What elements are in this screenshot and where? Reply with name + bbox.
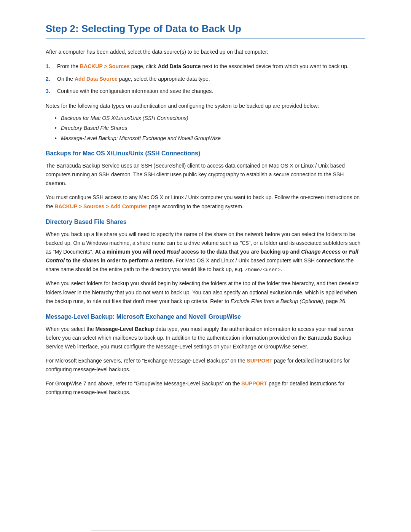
messagelevel-para-2: For Microsoft Exchange servers, refer to… xyxy=(46,356,365,374)
step-1-text: From the BACKUP > Sources page, click Ad… xyxy=(57,62,349,70)
backup-sources-add-computer-link[interactable]: BACKUP > Sources > Add Computer xyxy=(54,203,147,209)
bullet-list: Backups for Mac OS X/Linux/Unix (SSH Con… xyxy=(55,114,365,142)
step-2: 2. On the Add Data Source page, select t… xyxy=(46,75,365,83)
step-3: 3. Continue with the configuration infor… xyxy=(46,87,365,95)
add-data-source-link[interactable]: Add Data Source xyxy=(75,76,118,82)
step-3-text: Continue with the configuration informat… xyxy=(57,87,213,95)
messagelevel-section-heading: Message-Level Backup: Microsoft Exchange… xyxy=(46,313,365,320)
fileshares-para-1: When you back up a file share you will n… xyxy=(46,230,365,274)
fileshares-bold-1: At a minimum you will need Read access t… xyxy=(46,249,358,264)
intro-paragraph: After a computer has been added, select … xyxy=(46,48,365,56)
notes-paragraph: Notes for the following data types on au… xyxy=(46,102,365,110)
step-2-text: On the Add Data Source page, select the … xyxy=(57,75,210,83)
page-container: Step 2: Selecting Type of Data to Back U… xyxy=(46,23,365,532)
messagelevel-bold-1: Message-Level Backup xyxy=(96,326,154,332)
fileshares-change-italic: Change Access xyxy=(301,249,341,255)
fileshares-section-heading: Directory Based File Shares xyxy=(46,219,365,225)
page-footer: 24 Barracuda Backup Service Administrato… xyxy=(91,530,320,532)
messagelevel-para-1: When you select the Message-Level Backup… xyxy=(46,325,365,351)
add-data-source-bold: Add Data Source xyxy=(158,63,201,69)
step-1: 1. From the BACKUP > Sources page, click… xyxy=(46,62,365,70)
ssh-para-1: The Barracuda Backup Service uses an SSH… xyxy=(46,161,365,188)
step-3-number: 3. xyxy=(46,87,55,95)
fileshares-para-2: When you select folders for backup you s… xyxy=(46,279,365,305)
backup-sources-link[interactable]: BACKUP > Sources xyxy=(80,63,130,69)
bullet-item-3: Message-Level Backup: Microsoft Exchange… xyxy=(55,134,365,142)
ssh-para-2: You must configure SSH access to any Mac… xyxy=(46,193,365,211)
fileshares-exclude-italic: Exclude Files from a Backup (Optional) xyxy=(231,298,323,304)
messagelevel-para-3: For GroupWise 7 and above, refer to “Gro… xyxy=(46,379,365,397)
page-title: Step 2: Selecting Type of Data to Back U… xyxy=(46,23,365,38)
support-link-1[interactable]: SUPPORT xyxy=(247,358,272,364)
step-1-number: 1. xyxy=(46,62,55,70)
steps-list: 1. From the BACKUP > Sources page, click… xyxy=(46,62,365,95)
ssh-section-heading: Backups for Mac OS X/Linux/Unix (SSH Con… xyxy=(46,150,365,157)
step-2-number: 2. xyxy=(46,75,55,83)
support-link-2[interactable]: SUPPORT xyxy=(241,380,267,387)
bullet-item-2: Directory Based File Shares xyxy=(55,124,365,132)
fileshares-code: /home/<user> xyxy=(245,267,281,273)
bullet-item-1: Backups for Mac OS X/Linux/Unix (SSH Con… xyxy=(55,114,365,122)
fileshares-read-italic: Read xyxy=(167,249,180,255)
